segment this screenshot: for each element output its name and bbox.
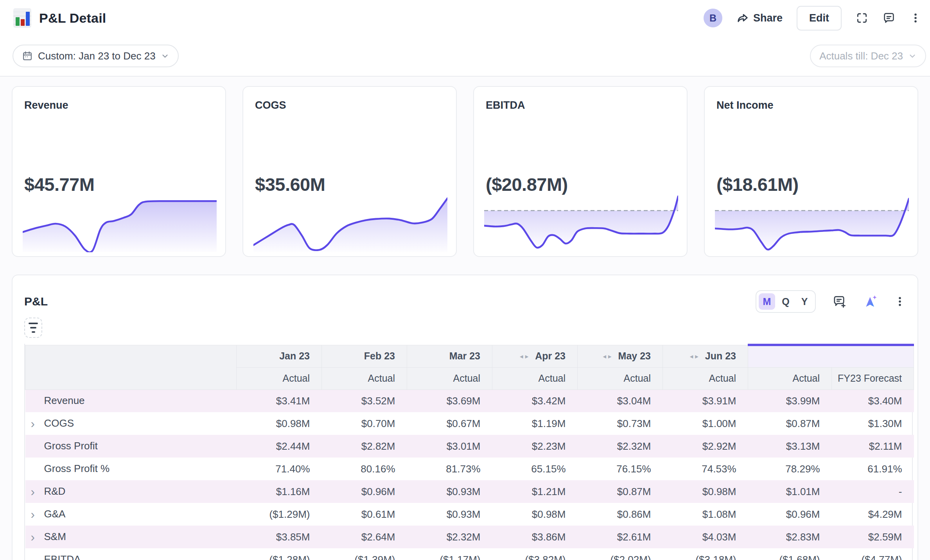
kpi-title: Net Income bbox=[716, 99, 774, 111]
cell-value: $4.29M bbox=[832, 503, 914, 526]
prev-month-arrow-icon[interactable]: ◂ bbox=[690, 353, 695, 360]
cell-value: 81.73% bbox=[407, 458, 492, 480]
cell-value: $0.98M bbox=[237, 412, 322, 435]
cell-value: $1.19M bbox=[492, 412, 578, 435]
cell-value: $3.04M bbox=[578, 389, 663, 412]
cell-value: $3.52M bbox=[322, 389, 407, 412]
cell-value: $2.92M bbox=[663, 435, 748, 458]
add-comment-icon[interactable] bbox=[832, 294, 847, 309]
cell-value: $0.98M bbox=[663, 480, 748, 503]
actuals-till-selector[interactable]: Actuals till: Dec 23 bbox=[810, 45, 926, 67]
sparkline-chart bbox=[253, 193, 447, 252]
avatar[interactable]: B bbox=[704, 9, 722, 27]
cell-value: $0.87M bbox=[748, 412, 832, 435]
cell-value: $1.21M bbox=[492, 480, 578, 503]
row-label-gross-profit: Gross Profit % bbox=[25, 458, 237, 480]
kpi-value: ($18.61M) bbox=[716, 174, 799, 195]
selected-column-group-header[interactable] bbox=[748, 345, 914, 367]
cell-value: $2.83M bbox=[748, 526, 832, 548]
top-bar-actions: B Share Edit bbox=[704, 6, 921, 31]
table-filter-icon[interactable] bbox=[24, 318, 42, 338]
sub-header-apr-23-actual: Actual bbox=[492, 367, 578, 389]
cell-value: $1.16M bbox=[237, 480, 322, 503]
cell-value: $1.08M bbox=[663, 503, 748, 526]
cell-value: $1.01M bbox=[748, 480, 832, 503]
cell-value: $3.01M bbox=[407, 435, 492, 458]
share-arrow-icon bbox=[736, 12, 749, 24]
row-label-text: Gross Profit bbox=[44, 440, 98, 452]
ai-assistant-icon[interactable] bbox=[864, 294, 878, 309]
sub-header-jun-23-actual: Actual bbox=[663, 367, 748, 389]
cell-value: $0.98M bbox=[492, 503, 578, 526]
comments-icon[interactable] bbox=[882, 11, 896, 25]
cell-value: ($2.02M) bbox=[578, 548, 663, 560]
date-range-selector[interactable]: Custom: Jan 23 to Dec 23 bbox=[13, 45, 179, 67]
fullscreen-icon[interactable] bbox=[856, 12, 868, 24]
date-range-label: Custom: Jan 23 to Dec 23 bbox=[38, 50, 156, 62]
granularity-option-m[interactable]: M bbox=[759, 293, 775, 310]
granularity-option-q[interactable]: Q bbox=[777, 293, 794, 310]
cell-value: $2.64M bbox=[322, 526, 407, 548]
column-header-apr-23[interactable]: ◂▸Apr 23 bbox=[492, 345, 578, 367]
cell-value: $0.93M bbox=[407, 503, 492, 526]
column-header-may-23[interactable]: ◂▸May 23 bbox=[578, 345, 663, 367]
sub-header-fy23-forecast: FY23 Forecast bbox=[832, 367, 914, 389]
kpi-card-net-income: Net Income($18.61M) bbox=[704, 86, 918, 257]
cell-value: ($3.18M) bbox=[663, 548, 748, 560]
cell-value: $0.87M bbox=[578, 480, 663, 503]
cell-value: $0.70M bbox=[322, 412, 407, 435]
row-label-text: S&M bbox=[44, 531, 66, 542]
pnl-widget: P&L MQY bbox=[12, 275, 918, 560]
sub-header-jan-23-actual: Actual bbox=[237, 367, 322, 389]
kpi-value: ($20.87M) bbox=[486, 174, 568, 195]
row-label-gross-profit: Gross Profit bbox=[25, 435, 237, 458]
cell-value: $2.82M bbox=[322, 435, 407, 458]
cell-value: ($1.39M) bbox=[322, 548, 407, 560]
more-options-kebab-icon[interactable] bbox=[910, 11, 921, 25]
prev-month-arrow-icon[interactable]: ◂ bbox=[520, 353, 525, 360]
share-button[interactable]: Share bbox=[736, 12, 783, 24]
cell-value: $0.93M bbox=[407, 480, 492, 503]
cell-value: - bbox=[832, 480, 914, 503]
column-header-mar-23[interactable]: Mar 23 bbox=[407, 345, 492, 367]
granularity-toggle: MQY bbox=[756, 290, 816, 313]
row-label-s-m[interactable]: ›S&M bbox=[25, 526, 237, 548]
month-paging-arrows: ◂▸ bbox=[520, 353, 530, 360]
cell-value: $0.67M bbox=[407, 412, 492, 435]
row-label-g-a[interactable]: ›G&A bbox=[25, 503, 237, 526]
kpi-card-ebitda: EBITDA($20.87M) bbox=[473, 86, 688, 257]
pnl-toolbar: MQY bbox=[756, 290, 906, 313]
chevron-down-icon bbox=[908, 52, 917, 60]
column-header-jan-23[interactable]: Jan 23 bbox=[237, 345, 322, 367]
sub-header-mar-23-actual: Actual bbox=[407, 367, 492, 389]
column-header-feb-23[interactable]: Feb 23 bbox=[322, 345, 407, 367]
cell-value: $2.44M bbox=[237, 435, 322, 458]
cell-value: $0.96M bbox=[748, 503, 832, 526]
granularity-option-y[interactable]: Y bbox=[796, 293, 813, 310]
cell-value: $3.86M bbox=[492, 526, 578, 548]
cell-value: $3.41M bbox=[237, 389, 322, 412]
row-label-cogs[interactable]: ›COGS bbox=[25, 412, 237, 435]
row-label-r-d[interactable]: ›R&D bbox=[25, 480, 237, 503]
kpi-title: Revenue bbox=[24, 99, 68, 111]
row-label-ebitda: EBITDA bbox=[25, 548, 237, 560]
cell-value: $3.13M bbox=[748, 435, 832, 458]
cell-value: $2.32M bbox=[407, 526, 492, 548]
table-row-gross-profit: Gross Profit$2.44M$2.82M$3.01M$2.23M$2.3… bbox=[25, 435, 914, 458]
column-header-jun-23[interactable]: ◂▸Jun 23 bbox=[663, 345, 748, 367]
main-content: Revenue$45.77M COGS$35.60M EBITDA($20.87… bbox=[0, 77, 930, 560]
prev-month-arrow-icon[interactable]: ◂ bbox=[603, 353, 609, 360]
top-bar: P&L Detail B Share Edit bbox=[0, 0, 930, 36]
next-month-arrow-icon[interactable]: ▸ bbox=[608, 353, 614, 360]
pnl-more-options-kebab-icon[interactable] bbox=[894, 295, 906, 308]
row-label-text: R&D bbox=[44, 485, 66, 497]
cell-value: $3.85M bbox=[237, 526, 322, 548]
pnl-table-container: Jan 23Feb 23Mar 23◂▸Apr 23◂▸May 23◂▸Jun … bbox=[24, 344, 913, 560]
cell-value: $1.00M bbox=[663, 412, 748, 435]
row-label-text: Gross Profit % bbox=[44, 463, 110, 474]
cell-value: 74.53% bbox=[663, 458, 748, 480]
next-month-arrow-icon[interactable]: ▸ bbox=[695, 353, 700, 360]
next-month-arrow-icon[interactable]: ▸ bbox=[525, 353, 531, 360]
edit-button[interactable]: Edit bbox=[797, 6, 842, 31]
cell-value: 65.15% bbox=[492, 458, 578, 480]
